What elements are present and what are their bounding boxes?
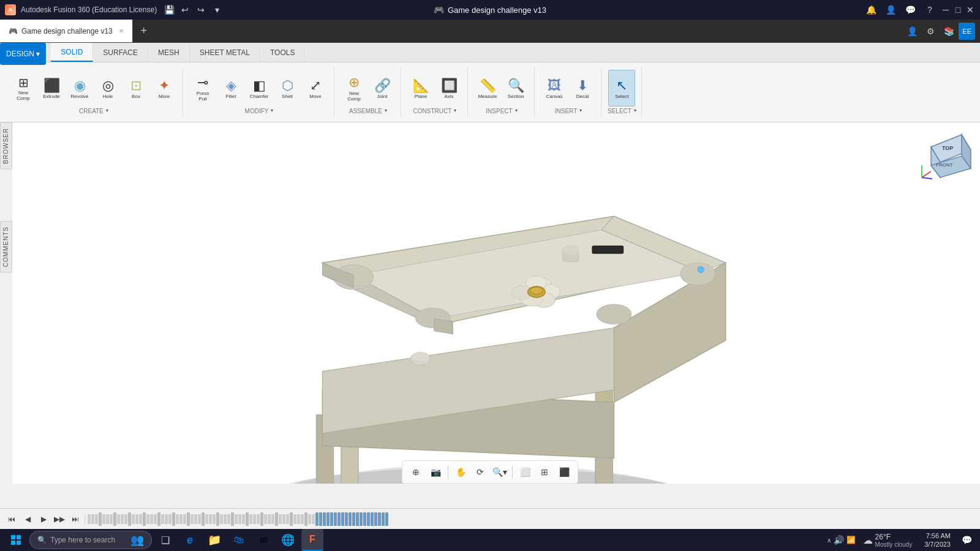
tl-m[interactable] [231,512,234,526]
tl-m[interactable] [128,512,131,526]
section-button[interactable]: 🔍 Section [502,70,529,107]
tl-m-highlight[interactable] [315,512,318,526]
zoom-dropdown[interactable]: 🔍▾ [491,463,508,481]
tl-m-highlight[interactable] [337,512,341,526]
tl-m-highlight[interactable] [334,512,337,526]
tl-m-highlight[interactable] [341,512,344,526]
tl-m[interactable] [209,514,212,524]
tl-m[interactable] [124,514,127,524]
tl-m[interactable] [202,512,205,526]
assemble-arrow[interactable]: ▾ [385,108,387,113]
joint-button[interactable]: 🔗 Joint [369,70,396,107]
tl-m[interactable] [227,514,230,524]
display-mode-button[interactable]: ⬜ [516,463,533,481]
tl-m[interactable] [304,512,307,526]
canvas-button[interactable]: 🖼 Canvas [541,70,568,107]
tab-solid[interactable]: SOLID [51,43,93,62]
tl-m[interactable] [194,514,197,524]
decal-button[interactable]: ⬇ Decal [569,70,596,107]
tl-m[interactable] [183,514,186,524]
tray-network[interactable]: 📶 [846,536,856,544]
timeline-next-button[interactable]: ▶▶ [53,512,66,526]
tl-m-highlight[interactable] [352,512,355,526]
box-button[interactable]: ⊡ Box [123,70,149,107]
tl-m[interactable] [286,514,289,524]
tl-m-highlight[interactable] [378,512,381,526]
tl-m[interactable] [91,514,94,524]
move-button[interactable]: ⤢ Move [302,70,329,107]
close-button[interactable]: ✕ [965,5,975,15]
tl-m-highlight[interactable] [319,512,322,526]
taskbar-chrome[interactable]: 🌐 [277,529,299,551]
taskbar-file-explorer[interactable]: 📁 [203,529,225,551]
tl-m[interactable] [198,514,201,524]
modify-arrow[interactable]: ▾ [271,108,273,113]
tl-m[interactable] [165,514,168,524]
taskbar-fusion360[interactable]: F [301,529,323,551]
pan-button[interactable]: ✋ [452,463,469,481]
notifications-button[interactable]: 🔔 [862,1,880,18]
tl-m[interactable] [139,514,142,524]
feedback-button[interactable]: 💬 [902,1,919,18]
tl-m[interactable] [213,514,216,524]
weather-widget[interactable]: ☁ 26°F Mostly cloudy [858,533,918,548]
tl-m[interactable] [187,512,190,526]
assemble-new-component-button[interactable]: ⊕ NewComp [341,70,368,107]
redo-button[interactable]: ↪ [194,2,208,17]
tl-m[interactable] [301,514,304,524]
tl-m[interactable] [260,512,263,526]
design-dropdown-button[interactable]: DESIGN ▾ [0,43,46,65]
learning-button[interactable]: 📚 [940,23,957,40]
timeline-previous-button[interactable]: ◀ [21,512,34,526]
grid-button[interactable]: ⊞ [536,463,553,481]
construct-arrow[interactable]: ▾ [454,108,456,113]
tl-m-highlight[interactable] [330,512,333,526]
extrude-button[interactable]: ⬛ Extrude [38,70,65,107]
fillet-button[interactable]: ◈ Fillet [217,70,244,107]
tl-m[interactable] [238,514,241,524]
tl-m[interactable] [146,514,149,524]
construct-plane-button[interactable]: 📐 Plane [407,70,434,107]
tl-m[interactable] [308,514,311,524]
tl-m[interactable] [268,514,271,524]
measure-button[interactable]: 📏 Measure [474,70,501,107]
tl-m[interactable] [264,514,267,524]
tab-mesh[interactable]: MESH [148,43,190,62]
inspect-arrow[interactable]: ▾ [515,108,518,113]
account-button[interactable]: 👤 [882,1,899,18]
tl-m[interactable] [190,514,194,524]
tl-m[interactable] [110,514,113,524]
timeline-play-button[interactable]: ▶ [37,512,50,526]
taskbar-task-view[interactable]: ❑ [154,529,176,551]
press-pull-button[interactable]: ⊸ PressPull [189,70,216,107]
tl-m[interactable] [88,514,91,524]
comments-panel-button[interactable]: COMMENTS [0,221,12,272]
new-component-button[interactable]: ⊞ NewComp [10,70,37,107]
tl-m[interactable] [216,512,219,526]
qa-dropdown[interactable]: ▾ [209,2,224,17]
tl-m-highlight[interactable] [323,512,326,526]
taskbar-search[interactable]: 🔍 Type here to search 👥 [29,531,152,549]
tl-m[interactable] [99,512,102,526]
tl-m[interactable] [106,514,109,524]
tl-m[interactable] [121,514,124,524]
tl-m-highlight[interactable] [367,512,370,526]
tl-m[interactable] [113,512,116,526]
tl-m[interactable] [257,514,260,524]
insert-arrow[interactable]: ▾ [579,108,582,113]
hole-button[interactable]: ◎ Hole [94,70,121,107]
construct-axis-button[interactable]: 🔲 Axis [435,70,462,107]
select-arrow[interactable]: ▾ [634,108,636,113]
tl-m[interactable] [154,514,157,524]
viewport[interactable]: TOP FRONT [12,122,980,484]
tl-m[interactable] [293,514,296,524]
tl-m[interactable] [132,514,135,524]
taskbar-edge[interactable]: e [179,529,201,551]
tl-m[interactable] [95,514,98,524]
tl-m[interactable] [271,514,274,524]
tl-m[interactable] [143,512,146,526]
shell-button[interactable]: ⬡ Shell [274,70,301,107]
orbit-button[interactable]: ⟳ [472,463,489,481]
add-tab-button[interactable]: + [133,20,155,42]
fit-view-button[interactable]: ⊕ [407,463,424,481]
